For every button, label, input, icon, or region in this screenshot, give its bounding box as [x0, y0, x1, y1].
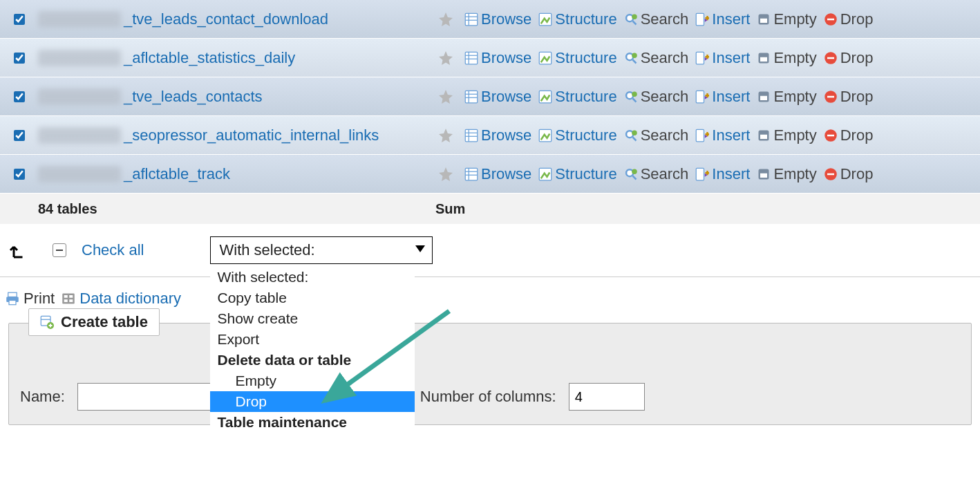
drop-label: Drop [840, 49, 874, 67]
browse-label: Browse [481, 126, 531, 144]
favorite-star-icon[interactable] [435, 166, 456, 182]
data-dictionary-link[interactable]: Data dictionary [62, 290, 181, 308]
data-dictionary-label: Data dictionary [79, 290, 181, 308]
insert-action[interactable]: Insert [694, 165, 751, 183]
empty-action[interactable]: Empty [755, 49, 818, 67]
structure-label: Structure [555, 49, 616, 67]
structure-action[interactable]: Structure [537, 165, 618, 183]
check-all-link[interactable]: Check all [82, 241, 144, 259]
drop-label: Drop [840, 165, 874, 183]
drop-label: Drop [840, 10, 874, 28]
menu-option[interactable]: Export [210, 329, 415, 350]
drop-action[interactable]: Drop [822, 126, 875, 144]
table-name-link[interactable]: _aflctable_track [124, 165, 230, 183]
browse-label: Browse [481, 165, 531, 183]
drop-icon [824, 129, 838, 142]
summary-sum: Sum [435, 201, 465, 217]
insert-action[interactable]: Insert [694, 10, 751, 28]
menu-option[interactable]: Copy table [210, 288, 415, 308]
insert-icon [695, 51, 709, 65]
row-checkbox[interactable] [14, 169, 25, 180]
structure-action[interactable]: Structure [537, 88, 618, 106]
table-name-link[interactable]: _tve_leads_contact_download [124, 10, 328, 28]
structure-action[interactable]: Structure [537, 10, 618, 28]
drop-icon [824, 51, 838, 65]
search-action[interactable]: Search [623, 10, 690, 28]
insert-action[interactable]: Insert [694, 126, 751, 144]
browse-action[interactable]: Browse [463, 10, 533, 28]
drop-label: Drop [840, 88, 874, 106]
row-checkbox[interactable] [14, 130, 25, 141]
insert-icon [695, 90, 709, 104]
check-indeterminate-icon[interactable] [53, 243, 66, 257]
summary-tables: 84 tables [38, 201, 435, 217]
row-checkbox[interactable] [14, 53, 25, 64]
row-checkbox[interactable] [14, 91, 25, 102]
empty-action[interactable]: Empty [755, 88, 818, 106]
browse-action[interactable]: Browse [463, 88, 533, 106]
browse-action[interactable]: Browse [463, 49, 533, 67]
structure-label: Structure [555, 126, 616, 144]
drop-action[interactable]: Drop [822, 88, 875, 106]
search-action[interactable]: Search [623, 126, 690, 144]
empty-label: Empty [773, 10, 816, 28]
structure-icon [538, 129, 552, 142]
empty-action[interactable]: Empty [755, 126, 818, 144]
favorite-star-icon[interactable] [435, 11, 456, 28]
structure-label: Structure [555, 88, 616, 106]
drop-icon [824, 167, 838, 181]
structure-action[interactable]: Structure [537, 49, 618, 67]
table-row: _tve_leads_contactsBrowseStructureSearch… [0, 77, 980, 116]
browse-label: Browse [481, 49, 531, 67]
search-action[interactable]: Search [623, 49, 690, 67]
menu-option[interactable]: Drop [210, 391, 415, 412]
empty-label: Empty [773, 88, 816, 106]
columns-input[interactable] [569, 383, 645, 411]
drop-action[interactable]: Drop [822, 165, 875, 183]
browse-action[interactable]: Browse [463, 165, 533, 183]
search-label: Search [641, 126, 689, 144]
menu-option[interactable]: Analyze table [210, 433, 415, 438]
empty-icon [757, 167, 771, 181]
table-name-link[interactable]: _seopressor_automatic_internal_links [124, 126, 379, 144]
drop-action[interactable]: Drop [822, 10, 875, 28]
table-name-link[interactable]: _tve_leads_contacts [124, 88, 263, 106]
insert-label: Insert [712, 88, 750, 106]
name-label: Name: [20, 388, 65, 406]
favorite-star-icon[interactable] [435, 88, 456, 105]
structure-label: Structure [555, 165, 616, 183]
insert-icon [695, 167, 709, 181]
table-name-link[interactable]: _aflctable_statistics_daily [124, 49, 295, 67]
insert-action[interactable]: Insert [694, 49, 751, 67]
search-action[interactable]: Search [623, 88, 690, 106]
insert-action[interactable]: Insert [694, 88, 751, 106]
favorite-star-icon[interactable] [435, 127, 456, 144]
browse-action[interactable]: Browse [463, 126, 533, 144]
menu-option[interactable]: With selected: [210, 267, 415, 288]
browse-icon [464, 51, 478, 65]
empty-action[interactable]: Empty [755, 165, 818, 183]
menu-option: Delete data or table [210, 350, 415, 370]
empty-label: Empty [773, 126, 816, 144]
with-selected-dropdown[interactable]: With selected: [210, 236, 433, 264]
table-row: _aflctable_statistics_dailyBrowseStructu… [0, 39, 980, 77]
drop-action[interactable]: Drop [822, 49, 875, 67]
browse-icon [464, 12, 478, 26]
table-prefix-blur [38, 88, 121, 105]
favorite-star-icon[interactable] [435, 50, 456, 66]
browse-label: Browse [481, 88, 531, 106]
search-action[interactable]: Search [623, 165, 690, 183]
menu-option[interactable]: Empty [210, 370, 415, 391]
with-selected-menu[interactable]: With selected:Copy tableShow createExpor… [210, 264, 415, 438]
table-prefix-blur [38, 50, 121, 66]
structure-icon [538, 167, 552, 181]
structure-action[interactable]: Structure [537, 126, 618, 144]
empty-action[interactable]: Empty [755, 10, 818, 28]
row-checkbox[interactable] [14, 14, 25, 25]
structure-label: Structure [555, 10, 616, 28]
search-icon [624, 90, 638, 104]
columns-label: Number of columns: [420, 388, 556, 406]
print-link[interactable]: Print [6, 290, 55, 308]
search-label: Search [641, 49, 689, 67]
menu-option[interactable]: Show create [210, 308, 415, 329]
